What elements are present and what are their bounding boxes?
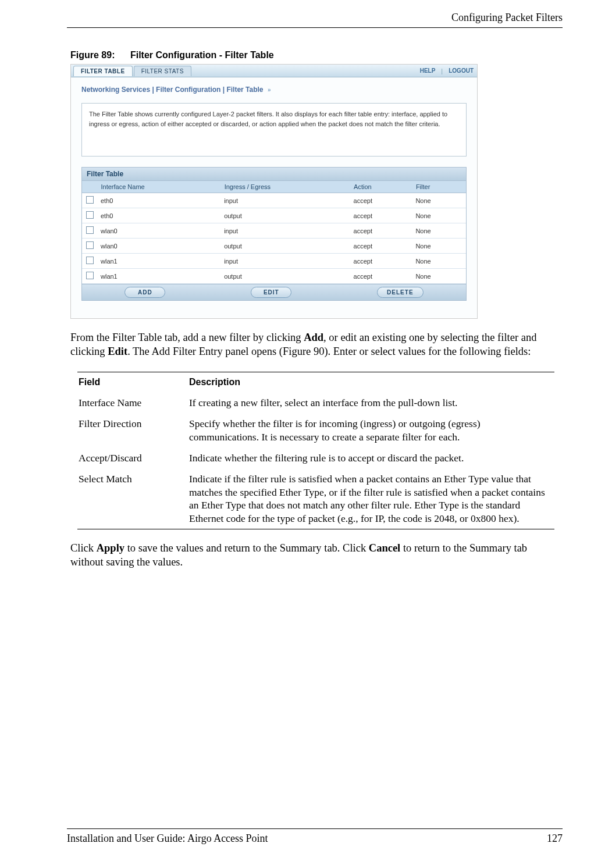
body-paragraph-2: Click Apply to save the values and retur… — [70, 541, 563, 570]
cell-filter: None — [412, 269, 465, 284]
table-row[interactable]: wlan1outputacceptNone — [82, 269, 466, 284]
figure-number: Figure 89: — [70, 50, 115, 60]
table-header-row: Field Description — [77, 372, 554, 392]
cell-interface: wlan0 — [97, 239, 220, 254]
help-link[interactable]: HELP — [420, 67, 436, 74]
cell-direction: input — [220, 223, 350, 239]
text: Click — [70, 542, 97, 554]
table-row[interactable]: wlan1inputacceptNone — [82, 254, 466, 269]
cell-interface: eth0 — [97, 208, 220, 223]
cell-filter: None — [412, 239, 465, 254]
edit-button[interactable]: EDIT — [251, 287, 291, 298]
cell-interface: wlan1 — [97, 254, 220, 269]
description-box: The Filter Table shows currently configu… — [81, 103, 467, 156]
table-row: Filter DirectionSpecify whether the filt… — [77, 413, 554, 447]
cell-direction: output — [220, 269, 350, 284]
table-row[interactable]: wlan0outputacceptNone — [82, 239, 466, 254]
cell-interface: wlan1 — [97, 269, 220, 284]
body-paragraph-1: From the Filter Table tab, add a new fil… — [70, 330, 563, 359]
col-interface: Interface Name — [97, 181, 220, 193]
figure-caption: Figure 89: Filter Configuration - Filter… — [70, 50, 563, 61]
checkbox[interactable] — [86, 196, 94, 204]
checkbox[interactable] — [86, 272, 94, 279]
bold-add: Add — [304, 332, 323, 343]
row-checkbox-cell — [82, 254, 97, 269]
field-description: Indicate if the filter rule is satisfied… — [188, 468, 554, 529]
top-right-links: HELP | LOGOUT — [420, 67, 477, 74]
row-checkbox-cell — [82, 239, 97, 254]
row-checkbox-cell — [82, 223, 97, 239]
section-title: Configuring Packet Filters — [451, 12, 563, 23]
field-description-table: Field Description Interface NameIf creat… — [77, 372, 554, 529]
tab-filter-stats[interactable]: FILTER STATS — [134, 66, 191, 76]
logout-link[interactable]: LOGOUT — [449, 67, 474, 74]
cell-action: accept — [350, 254, 412, 269]
text: . The Add Filter Entry panel opens (Figu… — [127, 346, 531, 357]
filter-table: Interface Name Ingress / Egress Action F… — [82, 181, 466, 284]
divider: | — [441, 67, 443, 74]
footer-left: Installation and User Guide: Airgo Acces… — [67, 833, 268, 845]
cell-filter: None — [412, 208, 465, 223]
cell-filter: None — [412, 193, 465, 208]
cell-direction: output — [220, 208, 350, 223]
filter-table-panel: Filter Table Interface Name Ingress / Eg… — [81, 167, 467, 301]
breadcrumb-arrow-icon: » — [268, 87, 271, 93]
field-name: Select Match — [77, 468, 188, 529]
button-bar: ADD EDIT DELETE — [82, 284, 466, 300]
row-checkbox-cell — [82, 269, 97, 284]
cell-direction: input — [220, 254, 350, 269]
col-checkbox — [82, 181, 97, 193]
field-name: Accept/Discard — [77, 447, 188, 468]
col-action: Action — [350, 181, 412, 193]
head-description: Description — [188, 372, 554, 392]
table-header-row: Interface Name Ingress / Egress Action F… — [82, 181, 466, 193]
panel-title: Filter Table — [82, 168, 466, 181]
cell-filter: None — [412, 223, 465, 239]
col-ingress-egress: Ingress / Egress — [220, 181, 350, 193]
cell-direction: output — [220, 239, 350, 254]
row-checkbox-cell — [82, 208, 97, 223]
breadcrumb: Networking Services | Filter Configurati… — [71, 77, 477, 97]
table-row[interactable]: eth0outputacceptNone — [82, 208, 466, 223]
head-field: Field — [77, 372, 188, 392]
figure-title: Filter Configuration - Filter Table — [130, 50, 274, 60]
page-number: 127 — [547, 833, 563, 845]
table-row: Interface NameIf creating a new filter, … — [77, 392, 554, 413]
cell-action: accept — [350, 269, 412, 284]
tab-filter-table[interactable]: FILTER TABLE — [73, 66, 133, 76]
breadcrumb-text: Networking Services | Filter Configurati… — [81, 86, 264, 94]
running-header: Configuring Packet Filters — [67, 12, 563, 28]
cell-filter: None — [412, 254, 465, 269]
bold-edit: Edit — [108, 346, 127, 357]
checkbox[interactable] — [86, 257, 94, 264]
table-row: Select MatchIndicate if the filter rule … — [77, 468, 554, 529]
table-row: Accept/DiscardIndicate whether the filte… — [77, 447, 554, 468]
row-checkbox-cell — [82, 193, 97, 208]
checkbox[interactable] — [86, 241, 94, 249]
field-description: If creating a new filter, select an inte… — [188, 392, 554, 413]
cell-interface: wlan0 — [97, 223, 220, 239]
text: From the Filter Table tab, add a new fil… — [70, 332, 304, 343]
page-footer: Installation and User Guide: Airgo Acces… — [67, 828, 563, 845]
cell-direction: input — [220, 193, 350, 208]
add-button[interactable]: ADD — [124, 287, 165, 298]
screenshot-panel: FILTER TABLE FILTER STATS HELP | LOGOUT … — [70, 64, 478, 319]
field-description: Indicate whether the filtering rule is t… — [188, 447, 554, 468]
field-name: Filter Direction — [77, 413, 188, 447]
text: to save the values and return to the Sum… — [124, 542, 369, 554]
bold-cancel: Cancel — [369, 542, 400, 554]
cell-action: accept — [350, 239, 412, 254]
field-description: Specify whether the filter is for incomi… — [188, 413, 554, 447]
bold-apply: Apply — [97, 542, 124, 554]
cell-action: accept — [350, 223, 412, 239]
checkbox[interactable] — [86, 226, 94, 234]
col-filter: Filter — [412, 181, 465, 193]
cell-action: accept — [350, 193, 412, 208]
table-row[interactable]: wlan0inputacceptNone — [82, 223, 466, 239]
field-name: Interface Name — [77, 392, 188, 413]
checkbox[interactable] — [86, 211, 94, 219]
cell-action: accept — [350, 208, 412, 223]
table-row[interactable]: eth0inputacceptNone — [82, 193, 466, 208]
tab-bar: FILTER TABLE FILTER STATS HELP | LOGOUT — [71, 65, 477, 77]
delete-button[interactable]: DELETE — [377, 287, 423, 298]
